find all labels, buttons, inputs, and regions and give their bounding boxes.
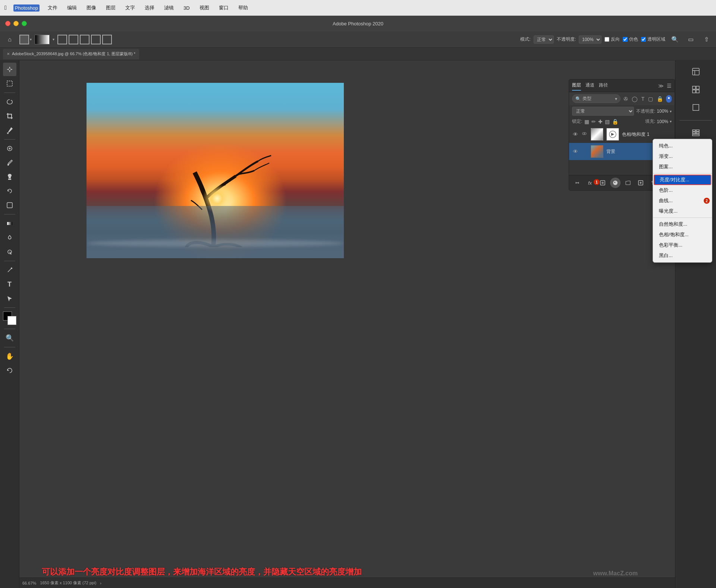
opacity-arrow[interactable]: ▾ — [670, 109, 672, 113]
document-tab[interactable]: ✕ AdobeStock_203958648.jpg @ 66.7% (色相/饱… — [3, 49, 139, 59]
search-icon[interactable]: 🔍 — [668, 33, 682, 46]
folder-button[interactable] — [623, 178, 633, 188]
filter-image-icon[interactable]: ✇ — [623, 95, 629, 103]
shape-btn-5[interactable] — [102, 35, 112, 44]
filter-toggle[interactable]: ● — [666, 95, 672, 103]
eyedropper-tool[interactable] — [3, 123, 16, 137]
panel-expand-icon[interactable]: ≫ — [658, 83, 664, 89]
share-icon[interactable]: ⇧ — [700, 33, 713, 46]
apple-menu[interactable]:  — [4, 4, 7, 11]
menu-layer[interactable]: 图层 — [104, 4, 117, 12]
menu-exposure[interactable]: 曝光度... — [653, 206, 712, 216]
gradient-dropdown-arrow[interactable]: ▾ — [53, 37, 54, 41]
shape-btn-2[interactable] — [69, 35, 78, 44]
status-arrow[interactable]: › — [100, 581, 101, 585]
tab-close-btn[interactable]: ✕ — [7, 52, 10, 56]
stamp-tool[interactable] — [3, 170, 16, 184]
background-color[interactable] — [7, 316, 16, 325]
maximize-button[interactable] — [22, 21, 27, 26]
menu-gradient[interactable]: 渐变... — [653, 151, 712, 162]
lasso-tool[interactable] — [3, 95, 16, 109]
path-select-tool[interactable] — [3, 292, 16, 305]
crop-tool[interactable] — [3, 109, 16, 123]
rotate-view-tool[interactable] — [3, 364, 16, 377]
menu-select[interactable]: 选择 — [143, 4, 156, 12]
fill-arrow[interactable]: ▾ — [670, 119, 672, 123]
menu-filter[interactable]: 滤镜 — [163, 4, 175, 12]
menu-black-white[interactable]: 黑白... — [653, 250, 712, 261]
menu-color-balance[interactable]: 色彩平衡... — [653, 240, 712, 250]
filter-lock-icon[interactable]: 🔒 — [656, 95, 664, 103]
reverse-checkbox[interactable] — [604, 37, 609, 42]
adjustment-button[interactable]: 1 — [610, 178, 621, 188]
brush-tool[interactable] — [3, 156, 16, 169]
minimize-button[interactable] — [13, 21, 19, 26]
menu-photoshop[interactable]: Photoshop — [13, 4, 40, 12]
menu-3d[interactable]: 3D — [182, 4, 191, 12]
pen-tool[interactable] — [3, 263, 16, 277]
blend-mode-select[interactable]: 正常 — [572, 107, 634, 116]
lock-position-icon[interactable]: ✚ — [598, 119, 603, 125]
lock-artboard-icon[interactable]: ▧ — [605, 119, 610, 125]
text-tool[interactable]: T — [3, 278, 16, 291]
dodge-tool[interactable] — [3, 245, 16, 259]
lock-all-icon[interactable]: 🔒 — [612, 119, 618, 125]
menu-curves[interactable]: 曲线... — [653, 196, 712, 206]
menu-brightness-contrast[interactable]: 亮度/对比度... 2 — [654, 175, 711, 185]
healing-tool[interactable] — [3, 142, 16, 155]
workspace-icon[interactable]: ▭ — [684, 33, 697, 46]
menu-text[interactable]: 文字 — [124, 4, 136, 12]
menu-view[interactable]: 视图 — [198, 4, 211, 12]
eraser-tool[interactable] — [3, 198, 16, 212]
link-layers-button[interactable] — [572, 178, 582, 188]
gradient-swatch[interactable] — [35, 35, 50, 44]
lock-transparent-icon[interactable]: ▦ — [584, 119, 589, 125]
menu-image[interactable]: 图像 — [85, 4, 98, 12]
home-button[interactable]: ⌂ — [3, 33, 16, 46]
filter-shape-icon[interactable]: ▢ — [647, 95, 654, 103]
filter-text-icon[interactable]: T — [641, 95, 646, 103]
close-button[interactable] — [5, 21, 10, 26]
layer-search[interactable]: 🔍 类型 ▾ — [572, 94, 621, 103]
marquee-tool[interactable] — [3, 77, 16, 90]
tab-channels[interactable]: 通道 — [585, 81, 594, 91]
menu-pattern[interactable]: 图案... — [653, 162, 712, 172]
grid-icon[interactable] — [688, 81, 704, 98]
opacity-value[interactable]: 100% — [657, 109, 668, 114]
shape-btn-4[interactable] — [91, 35, 101, 44]
menu-window[interactable]: 窗口 — [217, 4, 230, 12]
blur-tool[interactable] — [3, 231, 16, 244]
layer-visibility-eye-1[interactable]: 👁 — [572, 131, 579, 138]
shape-rect-option[interactable] — [19, 35, 29, 44]
transparent-checkbox[interactable] — [641, 37, 646, 42]
mode-select[interactable]: 正常 — [534, 35, 554, 44]
panel-menu-icon[interactable]: ☰ — [667, 83, 672, 89]
opacity-select[interactable]: 100% — [579, 35, 602, 44]
move-tool[interactable] — [3, 63, 16, 76]
filter-adjust-icon[interactable]: ◯ — [631, 95, 638, 103]
shape-dropdown-arrow[interactable]: ▾ — [30, 37, 32, 41]
layer-visibility-eye-2[interactable]: 👁 — [572, 148, 579, 155]
menu-edit[interactable]: 编辑 — [66, 4, 78, 12]
tab-layers[interactable]: 图层 — [572, 81, 581, 91]
menu-solid-color[interactable]: 纯色... — [653, 141, 712, 151]
new-layer-button[interactable] — [635, 178, 646, 188]
properties-icon[interactable] — [688, 63, 704, 80]
menu-levels[interactable]: 色阶... — [653, 185, 712, 196]
menu-file[interactable]: 文件 — [46, 4, 59, 12]
menu-help[interactable]: 帮助 — [237, 4, 249, 12]
history-brush-tool[interactable] — [3, 184, 16, 198]
rect-icon[interactable] — [688, 99, 704, 116]
hand-tool[interactable]: ✋ — [3, 350, 16, 363]
lock-brush-icon[interactable]: ✏ — [591, 119, 596, 125]
fill-value[interactable]: 100% — [657, 119, 668, 124]
shape-btn-3[interactable] — [80, 35, 90, 44]
menu-vibrance[interactable]: 自然饱和度... — [653, 219, 712, 229]
shape-btn-1[interactable] — [57, 35, 67, 44]
tab-paths[interactable]: 路径 — [599, 81, 608, 91]
zoom-tool[interactable]: 🔍 — [3, 331, 16, 345]
search-dropdown-arrow[interactable]: ▾ — [615, 96, 617, 101]
simulate-checkbox[interactable] — [623, 37, 628, 42]
menu-hue-saturation[interactable]: 色相/饱和度... — [653, 229, 712, 240]
gradient-tool[interactable] — [3, 217, 16, 230]
